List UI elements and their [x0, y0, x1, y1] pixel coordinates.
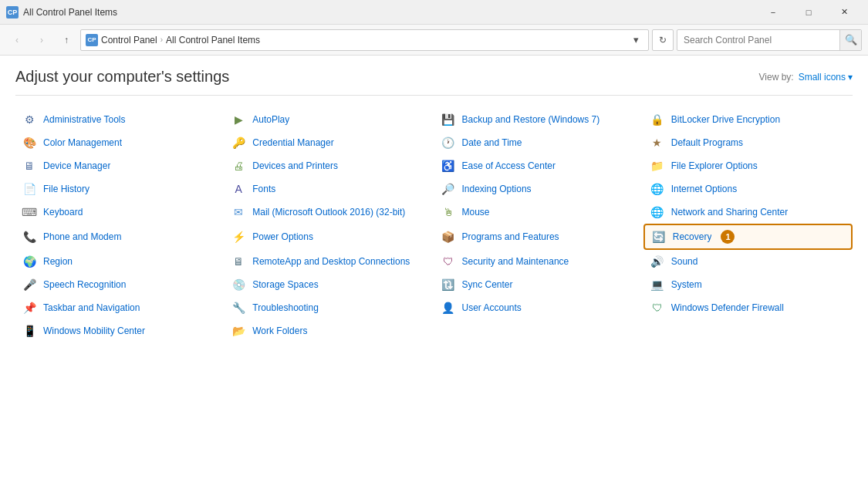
item-icon: 🔎	[441, 181, 456, 197]
control-item-network-and-sharing-center[interactable]: 🌐Network and Sharing Center	[643, 201, 853, 224]
control-item-troubleshooting[interactable]: 🔧Troubleshooting	[225, 296, 434, 319]
item-label: Default Programs	[671, 137, 743, 148]
item-icon: 🎤	[22, 277, 37, 292]
control-item-ease-of-access-center[interactable]: ♿Ease of Access Center	[434, 154, 643, 177]
item-icon: 📞	[22, 229, 37, 244]
item-label: Keyboard	[43, 207, 83, 218]
item-icon: 🌍	[22, 254, 37, 269]
item-icon: 🖥	[231, 254, 246, 269]
item-icon: 🖱	[441, 204, 456, 220]
item-label: Devices and Printers	[252, 160, 338, 171]
control-item-storage-spaces[interactable]: 💿Storage Spaces	[225, 273, 434, 296]
item-label: Work Folders	[252, 325, 307, 336]
item-label: Taskbar and Navigation	[43, 302, 140, 313]
item-icon: 👤	[441, 300, 456, 315]
item-label: Recovery	[673, 231, 712, 242]
app-icon: CP	[6, 6, 19, 19]
control-item-indexing-options[interactable]: 🔎Indexing Options	[434, 177, 643, 201]
search-input[interactable]	[677, 35, 839, 46]
page-header: Adjust your computer's settings View by:…	[15, 68, 853, 96]
item-label: Credential Manager	[252, 137, 333, 148]
item-icon: 💿	[231, 277, 246, 292]
item-label: BitLocker Drive Encryption	[671, 114, 780, 125]
main-content: Adjust your computer's settings View by:…	[0, 56, 868, 489]
control-item-color-management[interactable]: 🎨Color Management	[15, 131, 225, 154]
control-item-administrative-tools[interactable]: ⚙Administrative Tools	[15, 108, 225, 131]
breadcrumb-dropdown-button[interactable]: ▾	[628, 32, 643, 48]
control-item-device-manager[interactable]: 🖥Device Manager	[15, 154, 225, 177]
control-item-phone-and-modem[interactable]: 📞Phone and Modem	[15, 224, 225, 250]
item-label: Speech Recognition	[43, 279, 126, 290]
breadcrumb-root[interactable]: Control Panel	[101, 35, 157, 46]
item-label: Device Manager	[43, 160, 110, 171]
control-item-programs-and-features[interactable]: 📦Programs and Features	[434, 224, 643, 250]
breadcrumb-current[interactable]: All Control Panel Items	[166, 35, 260, 46]
control-item-credential-manager[interactable]: 🔑Credential Manager	[225, 131, 434, 154]
breadcrumb-separator-1: ›	[160, 35, 163, 44]
item-label: Sound	[671, 256, 698, 267]
minimize-button[interactable]: −	[755, 0, 791, 25]
item-label: Power Options	[252, 231, 313, 242]
control-item-security-and-maintenance[interactable]: 🛡Security and Maintenance	[434, 250, 643, 273]
breadcrumb-bar: CP Control Panel › All Control Panel Ite…	[80, 29, 649, 51]
control-item-speech-recognition[interactable]: 🎤Speech Recognition	[15, 273, 225, 296]
item-icon: 🌐	[650, 204, 665, 220]
item-label: Color Management	[43, 137, 122, 148]
up-button[interactable]: ↑	[56, 29, 77, 51]
control-item-windows-defender-firewall[interactable]: 🛡Windows Defender Firewall	[643, 296, 853, 319]
search-button[interactable]: 🔍	[839, 30, 861, 50]
breadcrumb-icon: CP	[86, 34, 98, 46]
close-button[interactable]: ✕	[826, 0, 862, 25]
control-item-power-options[interactable]: ⚡Power Options	[225, 224, 434, 250]
control-item-backup-and-restore-windows-7[interactable]: 💾Backup and Restore (Windows 7)	[434, 108, 643, 131]
titlebar: CP All Control Panel Items − □ ✕	[0, 0, 868, 25]
control-item-date-and-time[interactable]: 🕐Date and Time	[434, 131, 643, 154]
control-item-fonts[interactable]: AFonts	[225, 177, 434, 201]
item-label: Ease of Access Center	[462, 160, 556, 171]
item-icon: 💻	[650, 277, 665, 292]
control-item-work-folders[interactable]: 📂Work Folders	[225, 319, 434, 342]
control-item-file-explorer-options[interactable]: 📁File Explorer Options	[643, 154, 853, 177]
control-item-default-programs[interactable]: ★Default Programs	[643, 131, 853, 154]
back-button[interactable]: ‹	[6, 29, 28, 51]
control-item-user-accounts[interactable]: 👤User Accounts	[434, 296, 643, 319]
item-icon: 📱	[22, 323, 37, 339]
control-item-mail-microsoft-outlook-2016-32-bit[interactable]: ✉Mail (Microsoft Outlook 2016) (32-bit)	[225, 201, 434, 224]
item-icon: 📌	[22, 300, 37, 315]
item-label: User Accounts	[462, 302, 522, 313]
control-item-internet-options[interactable]: 🌐Internet Options	[643, 177, 853, 201]
control-item-recovery[interactable]: 🔄Recovery1	[643, 224, 853, 250]
item-icon: 🔑	[231, 135, 246, 150]
control-panel-grid: ⚙Administrative Tools▶AutoPlay💾Backup an…	[15, 108, 853, 342]
control-item-system[interactable]: 💻System	[643, 273, 853, 296]
forward-button[interactable]: ›	[31, 29, 52, 51]
control-item-taskbar-and-navigation[interactable]: 📌Taskbar and Navigation	[15, 296, 225, 319]
maximize-button[interactable]: □	[791, 0, 826, 25]
item-label: Administrative Tools	[43, 114, 126, 125]
control-item-keyboard[interactable]: ⌨Keyboard	[15, 201, 225, 224]
item-icon: 🛡	[441, 254, 456, 269]
control-item-autoplay[interactable]: ▶AutoPlay	[225, 108, 434, 131]
item-icon: 🔃	[441, 277, 456, 292]
item-label: File History	[43, 184, 90, 194]
control-item-sound[interactable]: 🔊Sound	[643, 250, 853, 273]
control-item-remoteapp-and-desktop-connections[interactable]: 🖥RemoteApp and Desktop Connections	[225, 250, 434, 273]
control-item-bitlocker-drive-encryption[interactable]: 🔒BitLocker Drive Encryption	[643, 108, 853, 131]
control-item-sync-center[interactable]: 🔃Sync Center	[434, 273, 643, 296]
item-label: Storage Spaces	[252, 279, 318, 290]
item-icon: 🕐	[441, 135, 456, 150]
control-item-region[interactable]: 🌍Region	[15, 250, 225, 273]
control-item-mouse[interactable]: 🖱Mouse	[434, 201, 643, 224]
item-icon: ▶	[231, 112, 246, 127]
view-by-value[interactable]: Small icons ▾	[799, 72, 853, 83]
control-item-windows-mobility-center[interactable]: 📱Windows Mobility Center	[15, 319, 225, 342]
item-label: Sync Center	[462, 279, 513, 290]
item-label: Date and Time	[462, 137, 522, 148]
view-by-chevron-icon: ▾	[848, 72, 853, 83]
refresh-button[interactable]: ↻	[652, 29, 674, 51]
addressbar: ‹ › ↑ CP Control Panel › All Control Pan…	[0, 25, 868, 56]
control-item-devices-and-printers[interactable]: 🖨Devices and Printers	[225, 154, 434, 177]
item-icon: 📦	[441, 229, 456, 244]
item-icon: 🖥	[22, 158, 37, 174]
control-item-file-history[interactable]: 📄File History	[15, 177, 225, 201]
